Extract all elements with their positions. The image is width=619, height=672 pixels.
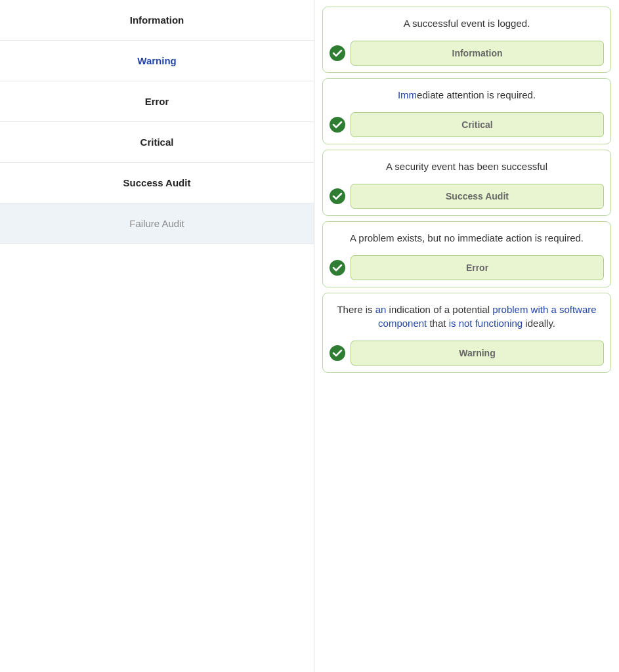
sidebar-item-failure-audit[interactable]: Failure Audit bbox=[0, 203, 314, 244]
sidebar-item-warning[interactable]: Warning bbox=[0, 41, 314, 81]
svg-point-3 bbox=[330, 260, 345, 276]
svg-point-1 bbox=[330, 117, 345, 133]
warning-desc-blue1: an bbox=[375, 304, 387, 315]
critical-card: Immediate attention is required. Critica… bbox=[322, 78, 611, 144]
critical-desc-blue: Imm bbox=[398, 89, 417, 100]
svg-point-4 bbox=[330, 345, 345, 361]
check-icon-critical bbox=[330, 117, 345, 133]
critical-badge: Critical bbox=[351, 112, 604, 137]
warning-card-badge-row: Warning bbox=[323, 337, 610, 372]
sidebar-item-success-audit[interactable]: Success Audit bbox=[0, 163, 314, 203]
information-badge: Information bbox=[351, 41, 604, 66]
sidebar-item-critical[interactable]: Critical bbox=[0, 122, 314, 163]
check-icon-success-audit bbox=[330, 188, 345, 204]
sidebar-item-label-warning: Warning bbox=[137, 55, 176, 66]
error-card: A problem exists, but no immediate actio… bbox=[322, 221, 611, 287]
check-icon-error bbox=[330, 260, 345, 276]
information-card: A successful event is logged. Informatio… bbox=[322, 7, 611, 73]
svg-point-2 bbox=[330, 188, 345, 204]
success-audit-card: A security event has been successful Suc… bbox=[322, 150, 611, 216]
check-icon-information bbox=[330, 45, 345, 61]
sidebar-item-information[interactable]: Information bbox=[0, 0, 314, 41]
left-panel: Information Warning Error Critical Succe… bbox=[0, 0, 314, 672]
information-card-description: A successful event is logged. bbox=[323, 7, 610, 37]
critical-card-description: Immediate attention is required. bbox=[323, 79, 610, 108]
sidebar-item-error[interactable]: Error bbox=[0, 81, 314, 122]
critical-card-badge-row: Critical bbox=[323, 108, 610, 144]
sidebar-item-label-error: Error bbox=[145, 96, 169, 107]
error-card-description: A problem exists, but no immediate actio… bbox=[323, 222, 610, 251]
sidebar-item-label-success-audit: Success Audit bbox=[123, 177, 191, 188]
success-audit-card-badge-row: Success Audit bbox=[323, 180, 610, 215]
success-audit-badge: Success Audit bbox=[351, 184, 604, 209]
warning-card: There is an indication of a potential pr… bbox=[322, 293, 611, 373]
warning-desc-blue3: is not functioning bbox=[449, 318, 523, 329]
information-card-badge-row: Information bbox=[323, 37, 610, 72]
success-audit-card-description: A security event has been successful bbox=[323, 150, 610, 180]
svg-point-0 bbox=[330, 45, 345, 61]
error-badge: Error bbox=[351, 255, 604, 280]
error-card-badge-row: Error bbox=[323, 251, 610, 287]
warning-card-description: There is an indication of a potential pr… bbox=[323, 293, 610, 337]
sidebar-item-label-information: Information bbox=[130, 14, 184, 26]
sidebar-item-label-failure-audit: Failure Audit bbox=[129, 218, 184, 229]
right-panel: A successful event is logged. Informatio… bbox=[314, 0, 619, 672]
check-icon-warning bbox=[330, 345, 345, 361]
sidebar-item-label-critical: Critical bbox=[140, 136, 174, 148]
warning-badge: Warning bbox=[351, 341, 604, 366]
